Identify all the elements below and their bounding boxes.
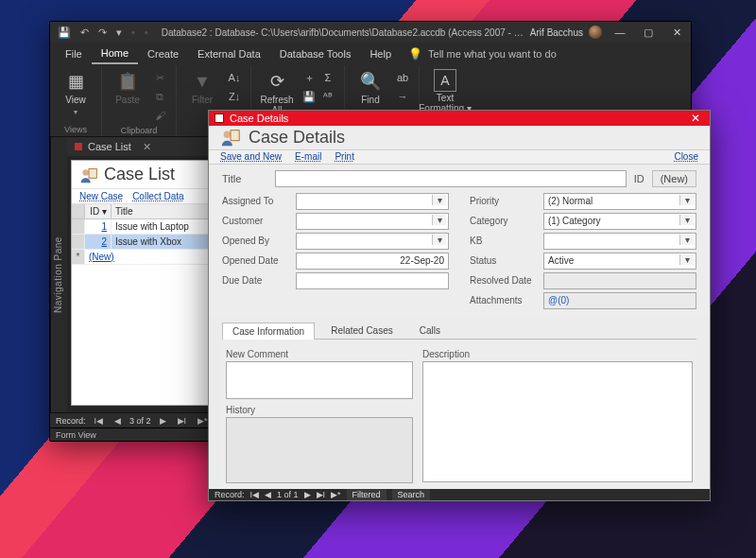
details-close-button[interactable]: ✕ [687,112,704,125]
format-painter-icon[interactable]: 🖌 [151,107,168,124]
description-field[interactable] [422,361,693,482]
label-due-date: Due Date [222,275,296,286]
sort-asc-icon[interactable]: A↓ [226,69,243,86]
tab-home[interactable]: Home [92,44,138,64]
recnav-next-icon[interactable]: ▶ [304,490,311,499]
link-save-and-new[interactable]: Save and New [220,151,282,162]
paste-button[interactable]: 📋 Paste [110,69,146,106]
doc-tab-label: Case List [88,141,131,152]
label-new-comment: New Comment [226,349,413,359]
due-date-field[interactable] [296,272,449,289]
close-button[interactable]: ✕ [662,22,691,43]
status-text: Form View [56,430,96,440]
link-print[interactable]: Print [335,151,354,162]
opened-by-combo[interactable] [296,233,449,250]
recnav-next-icon[interactable]: ▶ [157,416,169,426]
tab-case-information[interactable]: Case Information [222,323,315,340]
details-header-title: Case Details [249,128,345,148]
user-chip[interactable]: Arif Bacchus [530,26,606,39]
case-list-icon [79,166,98,184]
recnav-first-icon[interactable]: I◀ [92,416,107,426]
app-title: Database2 : Database- C:\Users\arifb\Doc… [156,27,530,38]
replace-icon[interactable]: ab [394,69,411,86]
recnav-prev-icon[interactable]: ◀ [112,416,124,426]
details-titlebar[interactable]: Case Details ✕ [209,111,710,126]
tab-external-data[interactable]: External Data [188,44,270,63]
user-name: Arif Bacchus [530,27,583,38]
avatar [589,26,602,39]
customer-combo[interactable] [296,213,449,230]
goto-icon[interactable]: → [394,88,411,105]
refresh-all-button[interactable]: ⟳ Refresh All [259,69,295,115]
tab-file[interactable]: File [56,44,92,63]
priority-combo[interactable]: (2) Normal [543,193,696,210]
filter-button[interactable]: ▼ Filter [184,69,220,106]
recnav-new-icon[interactable]: ▶* [331,490,341,499]
spelling-icon[interactable]: ᴬᴮ [319,88,336,105]
resolved-date-field[interactable] [543,272,696,289]
label-customer: Customer [222,216,296,226]
qat-more-icon[interactable]: ▾ [116,26,122,39]
totals-icon[interactable]: Σ [319,69,336,86]
status-combo[interactable]: Active [543,253,696,270]
assigned-to-combo[interactable] [296,193,449,210]
left-column: Assigned To Customer Opened By Opened Da… [222,193,449,312]
svg-rect-1 [89,168,96,178]
history-field[interactable] [226,417,413,483]
svg-point-0 [82,169,89,176]
minimize-button[interactable]: — [606,22,634,43]
recnav-position: 3 of 2 [129,416,151,426]
table-row-new[interactable]: * (New) [72,250,216,265]
kb-combo[interactable] [543,233,696,250]
copy-icon[interactable]: ⧉ [151,88,168,105]
recnav-last-icon[interactable]: ▶I [175,416,190,426]
col-id[interactable]: ID ▾ [85,204,112,218]
recnav-last-icon[interactable]: ▶I [317,490,326,499]
table-row[interactable]: 2 Issue with Xbox [72,235,216,250]
opened-date-field[interactable]: 22-Sep-20 [296,253,449,270]
link-email[interactable]: E-mail [295,151,321,162]
form-icon [215,113,224,123]
link-new-case[interactable]: New Case [79,191,123,201]
recnav-first-icon[interactable]: I◀ [250,490,260,499]
ribbon-tabs: File Home Create External Data Database … [50,43,691,65]
tab-create[interactable]: Create [138,44,188,63]
details-tabs: Case Information Related Cases Calls New… [222,322,696,489]
text-formatting-button[interactable]: A Text Formatting ▾ [427,69,463,113]
category-combo[interactable]: (1) Category [543,213,696,230]
link-collect-data[interactable]: Collect Data [132,191,183,201]
new-record-icon[interactable]: ＋ [301,69,318,86]
maximize-button[interactable]: ▢ [634,22,662,43]
tell-me-search[interactable]: 💡 Tell me what you want to do [408,47,557,61]
save-icon[interactable]: 💾 [58,26,71,39]
case-details-icon [220,127,241,148]
undo-icon[interactable]: ↶ [80,26,89,39]
new-comment-field[interactable] [226,361,413,399]
case-list-table: ID ▾ Title 1 Issue with Laptop 2 Issue w… [72,204,216,405]
search-pill[interactable]: Search [392,489,431,500]
case-details-window: Case Details ✕ Case Details Save and New… [208,110,711,501]
redo-icon[interactable]: ↷ [98,26,107,39]
tab-related-cases[interactable]: Related Cases [320,322,404,339]
col-title[interactable]: Title [112,204,216,218]
close-tab-icon[interactable]: ✕ [143,141,151,153]
link-close[interactable]: Close [674,151,698,162]
title-field[interactable] [275,170,627,187]
recnav-prev-icon[interactable]: ◀ [265,490,271,499]
svg-point-2 [224,131,231,138]
save-record-icon[interactable]: 💾 [301,88,318,105]
tab-database-tools[interactable]: Database Tools [270,44,361,63]
tab-calls[interactable]: Calls [409,322,451,339]
navigation-pane-toggle[interactable]: Navigation Pane [50,137,67,412]
tab-help[interactable]: Help [360,44,401,63]
recnav-label: Record: [215,490,245,499]
table-row[interactable]: 1 Issue with Laptop [72,219,216,235]
filtered-pill[interactable]: Filtered [347,489,387,500]
label-attachments: Attachments [470,295,543,305]
details-window-title: Case Details [230,113,687,124]
attachments-field[interactable]: @(0) [543,292,696,309]
view-button[interactable]: ▦ View ▾ [58,69,94,116]
find-button[interactable]: 🔍 Find [352,69,388,106]
sort-desc-icon[interactable]: Z↓ [226,88,243,105]
cut-icon[interactable]: ✂ [151,69,168,86]
